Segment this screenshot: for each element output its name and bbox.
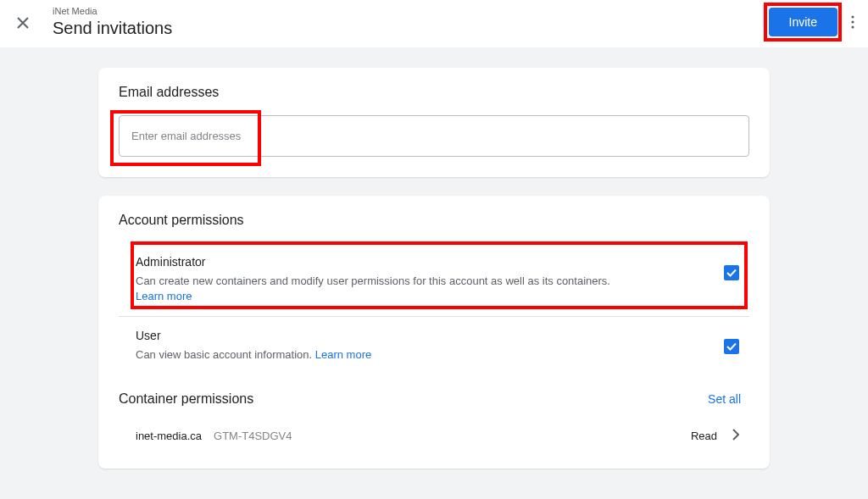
svg-point-0 (851, 15, 854, 18)
email-card: Email addresses (98, 68, 770, 177)
checkbox-user[interactable] (724, 339, 739, 354)
account-permissions-title: Account permissions (119, 213, 749, 228)
container-permissions-header: Container permissions Set all (119, 391, 749, 407)
email-section-title: Email addresses (119, 85, 749, 100)
email-input[interactable] (119, 115, 749, 157)
permission-group: Administrator Can create new containers … (119, 243, 749, 374)
invite-button[interactable]: Invite (769, 8, 837, 36)
container-permissions-title: Container permissions (119, 391, 253, 407)
chevron-right-icon[interactable] (732, 429, 739, 443)
svg-point-1 (851, 20, 854, 23)
header-titles: iNet Media Send invitations (53, 5, 769, 39)
permission-desc: Can create new containers and modify use… (136, 274, 724, 304)
page-title: Send invitations (53, 17, 769, 39)
container-row[interactable]: inet-media.ca GTM-T4SDGV4 Read (119, 413, 749, 452)
svg-point-2 (851, 25, 854, 28)
header: iNet Media Send invitations Invite (0, 0, 868, 47)
permission-desc: Can view basic account information. Lear… (136, 347, 724, 363)
more-menu-icon[interactable] (848, 8, 858, 36)
permission-row-user[interactable]: User Can view basic account information.… (119, 317, 749, 374)
email-input-wrap (119, 115, 749, 157)
permission-desc-text: Can view basic account information. (136, 348, 312, 361)
set-all-link[interactable]: Set all (708, 392, 741, 406)
permission-name: User (136, 329, 724, 342)
permission-row-admin[interactable]: Administrator Can create new containers … (119, 243, 749, 317)
container-access: Read (691, 430, 717, 442)
permission-info: User Can view basic account information.… (136, 329, 724, 363)
learn-more-link[interactable]: Learn more (315, 348, 371, 361)
content: Email addresses Account permissions Admi… (0, 47, 868, 499)
header-subtitle: iNet Media (53, 5, 769, 17)
permission-name: Administrator (136, 255, 724, 269)
permissions-card: Account permissions Administrator Can cr… (98, 196, 770, 469)
permission-info: Administrator Can create new containers … (136, 255, 724, 304)
container-id: GTM-T4SDGV4 (214, 430, 691, 442)
learn-more-link[interactable]: Learn more (136, 290, 192, 302)
close-icon[interactable] (17, 15, 29, 33)
container-name: inet-media.ca (136, 430, 202, 442)
checkbox-admin[interactable] (724, 265, 739, 280)
permission-desc-text: Can create new containers and modify use… (136, 274, 610, 287)
